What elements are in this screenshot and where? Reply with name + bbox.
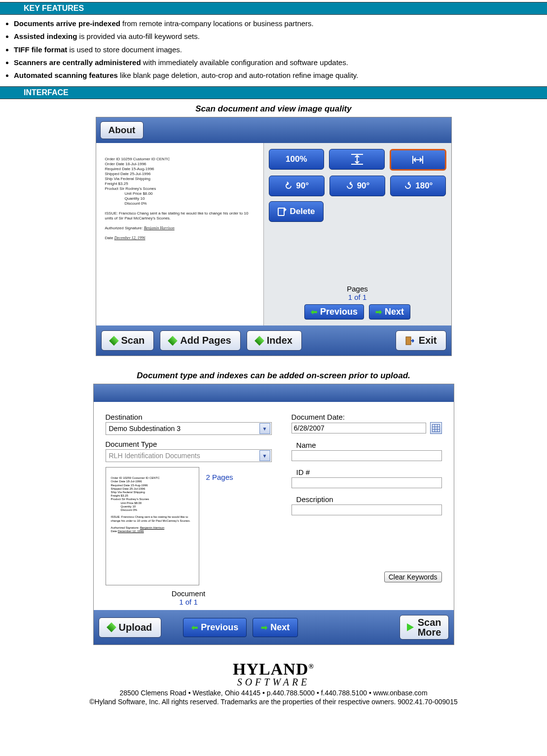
zoom-100-button[interactable]: 100%: [269, 149, 325, 170]
destination-combo[interactable]: ▼: [106, 422, 272, 435]
pages-block: Pages 1 of 1 Previous Next: [269, 285, 446, 320]
document-preview: Order ID 10259 Customer ID CENTC Order D…: [96, 143, 264, 325]
section-header-interface: INTERFACE: [0, 86, 547, 99]
id-label: ID #: [292, 468, 442, 476]
rotate-180-icon: [403, 181, 412, 190]
doctype-combo[interactable]: ▼: [106, 449, 272, 462]
doctype-label: Document Type: [106, 440, 272, 448]
exit-button[interactable]: Exit: [396, 330, 446, 351]
index-app-frame: Destination ▼ Document Type ▼ Order ID 1…: [93, 384, 454, 645]
feature-item: Automated scanning features like blank p…: [14, 71, 517, 80]
previous-doc-button[interactable]: Previous: [183, 618, 247, 637]
index-button[interactable]: Index: [247, 330, 302, 351]
destination-input[interactable]: [106, 423, 259, 434]
name-input[interactable]: [292, 450, 442, 461]
fit-height-icon: [350, 153, 364, 165]
doctype-input[interactable]: [106, 450, 259, 461]
feature-item: TIFF file format is used to store docume…: [14, 45, 517, 55]
play-icon: [407, 623, 414, 631]
scan-topbar: About: [96, 117, 451, 143]
feature-item: Documents arrive pre-indexed from remote…: [14, 19, 517, 29]
docdate-input[interactable]: [292, 423, 426, 433]
fit-height-button[interactable]: [329, 149, 385, 170]
previous-page-button[interactable]: Previous: [304, 304, 364, 320]
document-counter: Document 1 of 1: [106, 589, 272, 606]
document-thumbnail: Order ID 10259 Customer ID CENTC Order D…: [106, 467, 199, 585]
description-input[interactable]: [292, 504, 442, 515]
clear-keywords-button[interactable]: Clear Keywords: [384, 572, 442, 582]
section-header-key-features: KEY FEATURES: [0, 2, 547, 15]
dropdown-icon[interactable]: ▼: [259, 423, 270, 434]
description-label: Description: [292, 495, 442, 504]
caption-scan: Scan document and view image quality: [0, 104, 547, 114]
key-features-list: Documents arrive pre-indexed from remote…: [14, 19, 547, 80]
add-pages-button[interactable]: Add Pages: [160, 330, 240, 351]
calendar-icon[interactable]: [430, 422, 442, 434]
footer-logo: HYLAND® SOFTWARE: [0, 660, 547, 688]
caption-index: Document type and indexes can be added o…: [0, 371, 547, 381]
scan-more-button[interactable]: ScanMore: [400, 615, 449, 640]
svg-rect-1: [406, 337, 411, 345]
upload-button[interactable]: Upload: [99, 617, 162, 638]
diamond-icon: [107, 622, 116, 632]
name-label: Name: [292, 441, 442, 449]
diamond-icon: [168, 336, 178, 346]
arrow-left-icon: [311, 307, 317, 317]
delete-page-icon: [277, 207, 287, 216]
rotate-right-icon: [345, 181, 354, 190]
diamond-icon: [109, 336, 119, 346]
destination-label: Destination: [106, 413, 272, 421]
rotate-left-icon: [284, 181, 293, 190]
index-bottom-toolbar: Upload Previous Next ScanMore: [94, 610, 454, 645]
delete-button[interactable]: Delete: [269, 201, 324, 222]
about-button[interactable]: About: [100, 121, 144, 139]
fit-width-button[interactable]: [390, 149, 446, 171]
feature-item: Assisted indexing is provided via auto-f…: [14, 32, 517, 41]
pages-value: 1 of 1: [269, 293, 446, 301]
rotate-180-button[interactable]: 180°: [390, 176, 446, 196]
fit-width-icon: [411, 154, 425, 166]
arrow-right-icon: [375, 307, 382, 317]
arrow-left-icon: [191, 622, 198, 633]
dropdown-icon[interactable]: ▼: [259, 450, 270, 461]
footer-copyright: ©Hyland Software, Inc. All rights reserv…: [0, 698, 547, 706]
svg-rect-0: [278, 208, 284, 216]
id-input[interactable]: [292, 477, 442, 488]
diamond-icon: [255, 336, 264, 346]
arrow-right-icon: [261, 622, 267, 633]
scan-bottom-toolbar: Scan Add Pages Index Exit: [96, 325, 451, 356]
index-topbar: [94, 384, 454, 402]
pages-label: Pages: [269, 285, 446, 293]
scan-app-frame: About Order ID 10259 Customer ID CENTC O…: [96, 117, 452, 356]
feature-item: Scanners are centrally administered with…: [14, 58, 517, 68]
scan-controls: 100% 90° 90° 180°: [264, 143, 451, 325]
exit-icon: [405, 336, 415, 346]
scan-button[interactable]: Scan: [101, 330, 154, 351]
footer-address: 28500 Clemens Road • Westlake, Ohio 4414…: [0, 689, 547, 697]
rotate-right-button[interactable]: 90°: [329, 176, 385, 196]
next-doc-button[interactable]: Next: [253, 618, 298, 637]
next-page-button[interactable]: Next: [369, 304, 410, 320]
rotate-left-button[interactable]: 90°: [269, 176, 325, 196]
pages-count: 2 Pages: [206, 473, 233, 481]
docdate-label: Document Date:: [292, 413, 442, 421]
